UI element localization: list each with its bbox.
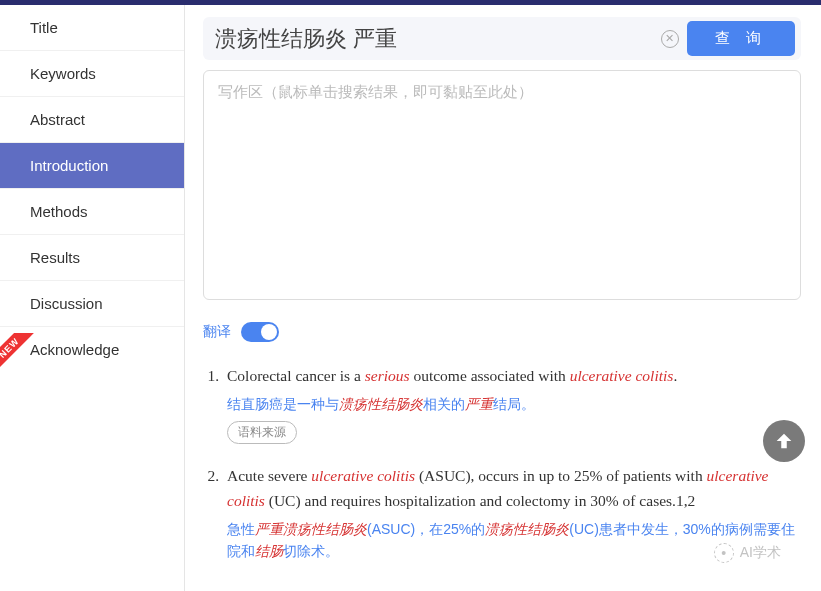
result-body: Colorectal cancer is a serious outcome a… — [227, 364, 801, 444]
result-cn: 结直肠癌是一种与溃疡性结肠炎相关的严重结局。 — [227, 393, 801, 415]
result-number: 2. — [203, 464, 227, 562]
result-item[interactable]: 2.Acute severe ulcerative colitis (ASUC)… — [203, 464, 801, 562]
translate-toggle[interactable] — [241, 322, 279, 342]
sidebar-item-discussion[interactable]: Discussion — [0, 281, 184, 327]
container: TitleKeywordsAbstractIntroductionMethods… — [0, 5, 821, 591]
result-item[interactable]: 1.Colorectal cancer is a serious outcome… — [203, 364, 801, 444]
result-en: Colorectal cancer is a serious outcome a… — [227, 364, 801, 389]
sidebar-item-acknowledge[interactable]: Acknowledge — [0, 327, 184, 372]
scroll-top-button[interactable] — [763, 420, 805, 462]
translate-label: 翻译 — [203, 323, 231, 341]
watermark-text: AI学术 — [740, 544, 781, 562]
wechat-icon — [714, 543, 734, 563]
source-button[interactable]: 语料来源 — [227, 421, 297, 444]
sidebar-item-abstract[interactable]: Abstract — [0, 97, 184, 143]
writing-area[interactable] — [203, 70, 801, 300]
watermark: AI学术 — [714, 543, 781, 563]
clear-icon[interactable] — [661, 30, 679, 48]
result-number: 1. — [203, 364, 227, 444]
main-panel: 查 询 翻译 1.Colorectal cancer is a serious … — [185, 5, 821, 591]
result-en: Acute severe ulcerative colitis (ASUC), … — [227, 464, 801, 514]
sidebar-item-introduction[interactable]: Introduction — [0, 143, 184, 189]
results-list: 1.Colorectal cancer is a serious outcome… — [203, 364, 801, 563]
search-button[interactable]: 查 询 — [687, 21, 795, 56]
sidebar-item-methods[interactable]: Methods — [0, 189, 184, 235]
sidebar-item-keywords[interactable]: Keywords — [0, 51, 184, 97]
sidebar: TitleKeywordsAbstractIntroductionMethods… — [0, 5, 185, 591]
translate-row: 翻译 — [203, 322, 801, 342]
sidebar-item-results[interactable]: Results — [0, 235, 184, 281]
sidebar-item-title[interactable]: Title — [0, 5, 184, 51]
search-row: 查 询 — [203, 17, 801, 60]
search-input[interactable] — [215, 22, 653, 56]
